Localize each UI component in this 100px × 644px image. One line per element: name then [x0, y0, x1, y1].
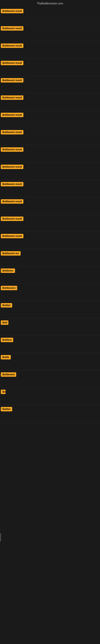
result-row-6[interactable]: Bottleneck result	[0, 94, 100, 111]
result-row-13[interactable]: Bottleneck result	[0, 214, 100, 232]
bottleneck-badge-17[interactable]: Bottleneck r	[1, 286, 17, 290]
result-row-18[interactable]: Bottlen	[0, 301, 100, 318]
bottleneck-badge-22[interactable]: Bottleneck	[1, 372, 16, 377]
result-row-20[interactable]: Bottlens	[0, 336, 100, 353]
bottleneck-badge-10[interactable]: Bottleneck result	[1, 164, 23, 169]
bottleneck-badge-1[interactable]: Bottleneck result	[1, 9, 23, 13]
bottleneck-badge-13[interactable]: Bottleneck result	[1, 216, 23, 221]
bottleneck-badge-7[interactable]: Bottleneck result	[1, 113, 23, 117]
result-row-9[interactable]: Bottleneck result	[0, 145, 100, 162]
bottleneck-badge-14[interactable]: Bottleneck result	[1, 234, 23, 238]
bottleneck-badge-12[interactable]: Bottleneck result	[1, 199, 23, 204]
result-row-3[interactable]: Bottleneck result	[0, 42, 100, 59]
bottleneck-badge-23[interactable]: Bo	[1, 390, 6, 394]
result-row-10[interactable]: Bottleneck result	[0, 162, 100, 180]
bottleneck-badge-3[interactable]: Bottleneck result	[1, 44, 23, 48]
result-row-19[interactable]: Bott	[0, 318, 100, 336]
cursor-indicator	[0, 533, 1, 541]
bottleneck-badge-4[interactable]: Bottleneck result	[1, 61, 23, 65]
result-row-12[interactable]: Bottleneck result	[0, 197, 100, 214]
result-row-14[interactable]: Bottleneck result	[0, 232, 100, 249]
bottleneck-badge-20[interactable]: Bottlens	[1, 338, 13, 342]
result-row-23[interactable]: Bo	[0, 388, 100, 405]
result-row-24[interactable]: Bottlen	[0, 405, 100, 422]
bottleneck-badge-19[interactable]: Bott	[1, 320, 8, 325]
result-row-4[interactable]: Bottleneck result	[0, 59, 100, 76]
result-row-15[interactable]: Bottleneck res	[0, 249, 100, 266]
site-title: TheBottlenecker.com	[37, 2, 63, 5]
bottleneck-badge-9[interactable]: Bottleneck result	[1, 147, 23, 152]
bottleneck-badge-16[interactable]: Bottlenec	[1, 268, 15, 273]
bottleneck-badge-6[interactable]: Bottleneck result	[1, 96, 23, 100]
results-container: Bottleneck resultBottleneck resultBottle…	[0, 7, 100, 422]
result-row-17[interactable]: Bottleneck r	[0, 284, 100, 301]
result-row-11[interactable]: Bottleneck result	[0, 180, 100, 197]
result-row-8[interactable]: Bottleneck result	[0, 128, 100, 145]
result-row-2[interactable]: Bottleneck result	[0, 24, 100, 42]
site-header: TheBottlenecker.com	[0, 0, 100, 7]
result-row-22[interactable]: Bottleneck	[0, 370, 100, 388]
bottleneck-badge-5[interactable]: Bottleneck result	[1, 78, 23, 82]
result-row-7[interactable]: Bottleneck result	[0, 111, 100, 128]
result-row-16[interactable]: Bottlenec	[0, 266, 100, 284]
result-row-5[interactable]: Bottleneck result	[0, 76, 100, 94]
bottleneck-badge-11[interactable]: Bottleneck result	[1, 182, 23, 186]
bottleneck-badge-24[interactable]: Bottlen	[1, 407, 12, 411]
result-row-21[interactable]: Bottle	[0, 353, 100, 370]
result-row-1[interactable]: Bottleneck result	[0, 7, 100, 24]
bottleneck-badge-21[interactable]: Bottle	[1, 355, 11, 360]
bottleneck-badge-15[interactable]: Bottleneck res	[1, 251, 21, 256]
bottleneck-badge-18[interactable]: Bottlen	[1, 303, 12, 308]
bottleneck-badge-2[interactable]: Bottleneck result	[1, 26, 23, 30]
bottleneck-badge-8[interactable]: Bottleneck result	[1, 130, 23, 134]
